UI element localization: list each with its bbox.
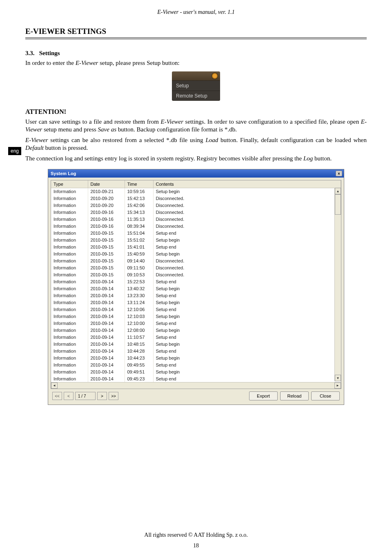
cell: Disconnected. bbox=[153, 195, 341, 202]
cell: 2010-09-14 bbox=[88, 320, 125, 327]
text: button. Backup configuration file format… bbox=[116, 126, 237, 133]
cell: 2010-09-14 bbox=[88, 292, 125, 299]
col-type[interactable]: Type bbox=[51, 180, 88, 188]
cell: Information bbox=[51, 195, 88, 202]
table-row[interactable]: Information2010-09-1409:45:23Setup end bbox=[51, 375, 341, 382]
prev-page-button[interactable]: < bbox=[64, 392, 74, 400]
table-row[interactable]: Information2010-09-1515:40:59Setup begin bbox=[51, 250, 341, 257]
subsection-heading: 3.3. Settings bbox=[25, 50, 367, 57]
cell: Information bbox=[51, 313, 88, 320]
scroll-left-icon[interactable]: ◄ bbox=[51, 382, 58, 389]
table-row[interactable]: Information2010-09-1515:41:01Setup end bbox=[51, 243, 341, 250]
table-row[interactable]: Information2010-09-1509:14:40Disconnecte… bbox=[51, 257, 341, 264]
page-count: 1 / 7 bbox=[75, 392, 96, 400]
next-page-button[interactable]: > bbox=[97, 392, 107, 400]
cell: 2010-09-15 bbox=[88, 271, 125, 278]
cell: 10:44:23 bbox=[125, 354, 153, 361]
cell: 10:59:16 bbox=[125, 188, 153, 195]
cell: Disconnected. bbox=[153, 271, 341, 278]
table-row[interactable]: Information2010-09-1415:22:53Setup end bbox=[51, 278, 341, 285]
table-row[interactable]: Information2010-09-1608:39:34Disconnecte… bbox=[51, 222, 341, 229]
cell: 2010-09-20 bbox=[88, 195, 125, 202]
cell: 12:10:03 bbox=[125, 313, 153, 320]
cell: Disconnected. bbox=[153, 264, 341, 271]
menu-titlebar bbox=[172, 71, 220, 80]
divider bbox=[25, 38, 367, 38]
scroll-thumb[interactable] bbox=[335, 194, 341, 215]
menu-item-remote-setup[interactable]: Remote Setup bbox=[172, 91, 220, 101]
close-icon[interactable]: × bbox=[336, 171, 342, 176]
cell: Information bbox=[51, 299, 88, 306]
cell: Information bbox=[51, 188, 88, 195]
table-row[interactable]: Information2010-09-1611:35:13Disconnecte… bbox=[51, 216, 341, 222]
scroll-right-icon[interactable]: ► bbox=[334, 382, 341, 389]
col-date[interactable]: Date bbox=[88, 180, 125, 188]
close-button[interactable]: Close bbox=[311, 391, 340, 400]
cell: 2010-09-15 bbox=[88, 243, 125, 250]
cell: Information bbox=[51, 278, 88, 285]
text: settings can be also restored from a sel… bbox=[48, 137, 206, 143]
table-row[interactable]: Information2010-09-1413:11:24Setup begin bbox=[51, 299, 341, 306]
cell: Setup begin bbox=[153, 327, 341, 333]
table-row[interactable]: Information2010-09-1515:51:02Setup begin bbox=[51, 236, 341, 243]
table-row[interactable]: Information2010-09-1509:11:50Disconnecte… bbox=[51, 264, 341, 271]
cell: Setup end bbox=[153, 292, 341, 299]
text: setup menu and press bbox=[42, 126, 98, 133]
col-contents[interactable]: Contents bbox=[153, 180, 341, 188]
cell: Disconnected. bbox=[153, 202, 341, 209]
scroll-up-icon[interactable]: ▲ bbox=[335, 188, 341, 194]
table-row[interactable]: Information2010-09-1410:48:15Setup begin bbox=[51, 340, 341, 347]
table-row[interactable]: Information2010-09-1615:34:13Disconnecte… bbox=[51, 209, 341, 216]
cell: Information bbox=[51, 271, 88, 278]
scroll-down-icon[interactable]: ▼ bbox=[335, 375, 341, 381]
col-time[interactable]: Time bbox=[125, 180, 153, 188]
cell: 09:11:50 bbox=[125, 264, 153, 271]
first-page-button[interactable]: << bbox=[52, 392, 62, 400]
table-row[interactable]: Information2010-09-1412:10:00Setup end bbox=[51, 320, 341, 327]
manual-header: E-Viewer - user's manual, ver. 1.1 bbox=[25, 9, 367, 16]
cell: Setup begin bbox=[153, 236, 341, 243]
setup-menu-illustration: Setup Remote Setup bbox=[172, 71, 220, 101]
cell: 2010-09-15 bbox=[88, 229, 125, 236]
log-grid: Type Date Time Contents Information2010-… bbox=[51, 180, 341, 389]
cell: 2010-09-14 bbox=[88, 327, 125, 333]
cell: Information bbox=[51, 236, 88, 243]
table-row[interactable]: Information2010-09-2015:42:13Disconnecte… bbox=[51, 195, 341, 202]
menu-item-setup[interactable]: Setup bbox=[172, 80, 220, 91]
button-name: Log bbox=[303, 155, 313, 162]
table-row[interactable]: Information2010-09-1410:44:28Setup end bbox=[51, 347, 341, 354]
export-button[interactable]: Export bbox=[249, 391, 278, 400]
table-row[interactable]: Information2010-09-1509:10:53Disconnecte… bbox=[51, 271, 341, 278]
cell: Disconnected. bbox=[153, 257, 341, 264]
cell: 15:22:53 bbox=[125, 278, 153, 285]
cell: Setup begin bbox=[153, 354, 341, 361]
vertical-scrollbar[interactable]: ▲ ▼ bbox=[334, 188, 341, 381]
page-number: 18 bbox=[0, 542, 392, 549]
table-row[interactable]: Information2010-09-1412:10:06Setup end bbox=[51, 306, 341, 313]
table-row[interactable]: Information2010-09-1413:23:30Setup end bbox=[51, 292, 341, 299]
table-row[interactable]: Information2010-09-1412:10:03Setup begin bbox=[51, 313, 341, 320]
cell: 11:35:13 bbox=[125, 216, 153, 222]
table-row[interactable]: Information2010-09-1411:10:57Setup end bbox=[51, 333, 341, 340]
table-row[interactable]: Information2010-09-1412:08:00Setup begin bbox=[51, 327, 341, 333]
reload-button[interactable]: Reload bbox=[280, 391, 309, 400]
last-page-button[interactable]: >> bbox=[109, 392, 118, 400]
table-row[interactable]: Information2010-09-1409:49:55Setup end bbox=[51, 361, 341, 368]
cell: Information bbox=[51, 229, 88, 236]
cell: 11:10:57 bbox=[125, 333, 153, 340]
table-row[interactable]: Information2010-09-1410:44:23Setup begin bbox=[51, 354, 341, 361]
horizontal-scrollbar[interactable]: ◄ ► bbox=[51, 382, 341, 389]
button-name: Save as bbox=[98, 126, 116, 133]
table-row[interactable]: Information2010-09-1413:40:32Setup begin bbox=[51, 285, 341, 292]
cell: 2010-09-16 bbox=[88, 209, 125, 216]
table-row[interactable]: Information2010-09-1409:49:51Setup begin bbox=[51, 368, 341, 375]
table-row[interactable]: Information2010-09-2110:59:16Setup begin bbox=[51, 188, 341, 195]
cell: 2010-09-15 bbox=[88, 257, 125, 264]
cell: 2010-09-15 bbox=[88, 250, 125, 257]
cell: 2010-09-14 bbox=[88, 278, 125, 285]
cell: Disconnected. bbox=[153, 222, 341, 229]
cell: 2010-09-14 bbox=[88, 299, 125, 306]
table-row[interactable]: Information2010-09-2015:42:06Disconnecte… bbox=[51, 202, 341, 209]
paragraph: E-Viewer settings can be also restored f… bbox=[25, 136, 367, 152]
table-row[interactable]: Information2010-09-1515:51:04Setup end bbox=[51, 229, 341, 236]
